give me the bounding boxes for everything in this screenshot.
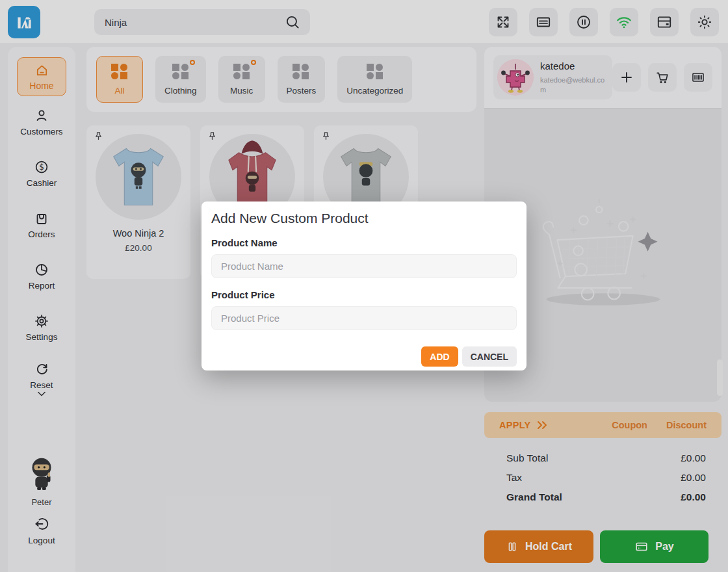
product-price-label: Product Price bbox=[211, 289, 517, 300]
cancel-button[interactable]: CANCEL bbox=[462, 346, 517, 367]
product-price-input[interactable] bbox=[211, 306, 517, 330]
product-name-input[interactable] bbox=[211, 254, 517, 278]
modal-title: Add New Custom Product bbox=[211, 211, 517, 226]
product-name-label: Product Name bbox=[211, 237, 517, 248]
add-custom-product-modal: Add New Custom Product Product Name Prod… bbox=[202, 202, 526, 370]
add-button[interactable]: ADD bbox=[421, 346, 458, 367]
modal-footer: ADD CANCEL bbox=[211, 346, 517, 367]
pos-app: Home Customers $ Cashier bbox=[0, 0, 728, 572]
